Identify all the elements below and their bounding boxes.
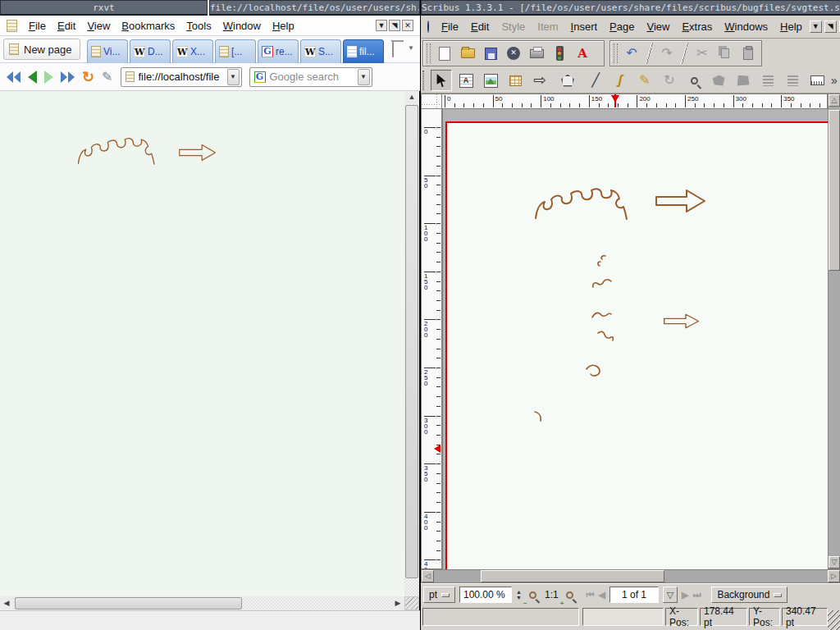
svg-small-squiggle-object[interactable]	[533, 410, 544, 422]
horizontal-scrollbar[interactable]: ◀ ▶	[0, 596, 404, 610]
back-history-button[interactable]	[7, 71, 21, 83]
window-restore-button[interactable]: ◥	[389, 20, 400, 31]
tab-1[interactable]: Vi...	[87, 39, 128, 63]
menu-file[interactable]: File	[441, 21, 459, 33]
menu-edit[interactable]: Edit	[57, 20, 75, 32]
url-text[interactable]: file://localhost/file	[139, 71, 223, 83]
url-dropdown-button[interactable]: ▼	[227, 69, 240, 85]
page-list-dropdown[interactable]: ▽	[663, 587, 678, 603]
zoom-reset-label[interactable]: 1:1	[545, 589, 559, 600]
edit-icon[interactable]: ✎	[102, 71, 112, 84]
edit-text-story-editor-button[interactable]	[733, 70, 754, 91]
document-canvas[interactable]	[442, 109, 828, 569]
tab-6[interactable]: W S...	[300, 39, 341, 63]
scroll-up-button[interactable]: ▲	[404, 91, 419, 104]
preflight-verifier-button[interactable]	[550, 44, 568, 62]
tab-7-active[interactable]: fil...	[343, 39, 384, 63]
scrollbar-thumb[interactable]	[481, 570, 664, 582]
scroll-right-button[interactable]: ▶	[391, 596, 404, 610]
menu-insert[interactable]: Insert	[571, 21, 598, 33]
insert-shape-button[interactable]: ⇨	[529, 70, 550, 91]
export-pdf-button[interactable]: A	[573, 44, 591, 62]
tab-5[interactable]: G re...	[258, 39, 299, 63]
forward-button[interactable]	[44, 71, 53, 84]
cut-button[interactable]: ✂	[693, 44, 711, 62]
v-ruler[interactable]: 05 01 0 01 5 02 0 02 5 03 0 03 5 04 0 04…	[421, 109, 442, 569]
unit-selector[interactable]: pt	[423, 587, 455, 603]
browser-titlebar[interactable]: file://localhost/file/os/user/users/sh..…	[209, 0, 420, 16]
menu-window[interactable]: Window	[223, 20, 261, 32]
scroll-down-button[interactable]: ▽	[829, 556, 840, 568]
search-bar[interactable]: G Google search ▼	[249, 67, 372, 87]
page-number-field[interactable]: 1 of 1	[609, 587, 659, 603]
svg-small-squiggle-object[interactable]	[596, 329, 615, 342]
menu-file[interactable]: File	[29, 20, 46, 32]
menu-page[interactable]: Page	[609, 21, 634, 33]
new-page-button[interactable]: New page	[3, 39, 80, 60]
vertical-scrollbar[interactable]: △ ▽	[828, 94, 840, 569]
window-restore-button[interactable]: ◥	[824, 21, 837, 33]
svg-small-squiggle-object[interactable]	[585, 363, 602, 380]
edit-contents-button[interactable]	[708, 70, 729, 91]
svg-squiggle-object[interactable]	[533, 185, 632, 220]
zoom-tool-button[interactable]	[683, 70, 705, 91]
menu-edit[interactable]: Edit	[471, 21, 489, 33]
unlink-text-frames-button[interactable]	[782, 70, 803, 91]
menu-view[interactable]: View	[87, 20, 110, 32]
scroll-left-button[interactable]: ◀	[0, 596, 13, 610]
scrollbar-thumb[interactable]	[405, 105, 418, 578]
window-shade-button[interactable]: ▼	[810, 21, 822, 33]
menu-item[interactable]: Item	[537, 21, 558, 33]
trash-dropdown-icon[interactable]: ▼	[408, 44, 414, 52]
scrollbar-thumb[interactable]	[15, 597, 242, 609]
insert-polygon-button[interactable]	[557, 70, 578, 91]
undo-button[interactable]: ↶	[623, 44, 641, 62]
scrollbar-thumb[interactable]	[829, 110, 840, 271]
forward-history-button[interactable]	[61, 71, 75, 83]
ruler-origin-box[interactable]	[421, 94, 442, 109]
svg-small-squiggle-object[interactable]	[591, 276, 612, 290]
last-page-button[interactable]: ⏭	[692, 590, 701, 600]
horizontal-scrollbar[interactable]: ◁ ▷	[421, 569, 840, 583]
scroll-right-button[interactable]: ▷	[828, 570, 840, 582]
tab-3[interactable]: W X...	[172, 39, 213, 63]
redo-button[interactable]: ↷	[658, 44, 676, 62]
terminal-titlebar[interactable]: rxvt	[0, 0, 208, 16]
menu-bookmarks[interactable]: Bookmarks	[121, 20, 175, 32]
print-button[interactable]	[527, 44, 546, 62]
toolbar-handle[interactable]	[614, 43, 618, 63]
menu-help[interactable]: Help	[780, 21, 802, 33]
open-document-button[interactable]	[459, 44, 477, 62]
tab-4[interactable]: [...	[215, 39, 256, 63]
freehand-line-tool-button[interactable]: ✎	[634, 70, 655, 91]
rotate-item-button[interactable]: ↻	[659, 70, 680, 91]
menu-view[interactable]: View	[646, 21, 669, 33]
back-button[interactable]	[28, 71, 37, 84]
svg-small-squiggle-object[interactable]	[591, 309, 612, 321]
toolbar-handle[interactable]	[422, 71, 424, 90]
window-shade-button[interactable]: ▼	[376, 20, 387, 31]
first-page-button[interactable]: ⏮	[587, 590, 595, 600]
toolbar-handle[interactable]	[427, 43, 431, 63]
measurements-tool-button[interactable]	[806, 70, 828, 91]
insert-table-button[interactable]	[504, 70, 526, 91]
insert-text-frame-button[interactable]: A	[455, 70, 477, 91]
zoom-spinner[interactable]: ▲▼	[516, 590, 522, 600]
vertical-scrollbar[interactable]: ▲ ▼	[404, 91, 419, 610]
window-close-button[interactable]: ✕	[402, 20, 413, 31]
h-ruler[interactable]: 050100150200250300350	[442, 94, 828, 109]
next-page-button[interactable]: ▶	[682, 590, 688, 600]
scroll-up-button[interactable]: △	[829, 94, 840, 107]
paste-button[interactable]	[739, 44, 757, 62]
url-bar[interactable]: file://localhost/file ▼	[121, 67, 242, 87]
scroll-left-button[interactable]: ◁	[422, 570, 434, 582]
reload-button[interactable]: ↻	[82, 70, 94, 84]
search-text[interactable]: Google search	[270, 71, 354, 83]
insert-line-button[interactable]: ╱	[585, 70, 606, 91]
svg-arrow-object[interactable]	[664, 313, 700, 329]
tab-2[interactable]: W D...	[130, 39, 171, 63]
zoom-level-field[interactable]: 100.00 %	[459, 587, 512, 603]
menu-style[interactable]: Style	[501, 21, 525, 33]
svg-arrow-object[interactable]	[655, 189, 706, 213]
scribus-titlebar[interactable]: Scribus 1.3.3.1 - [/file/os/user/users/s…	[421, 0, 840, 16]
